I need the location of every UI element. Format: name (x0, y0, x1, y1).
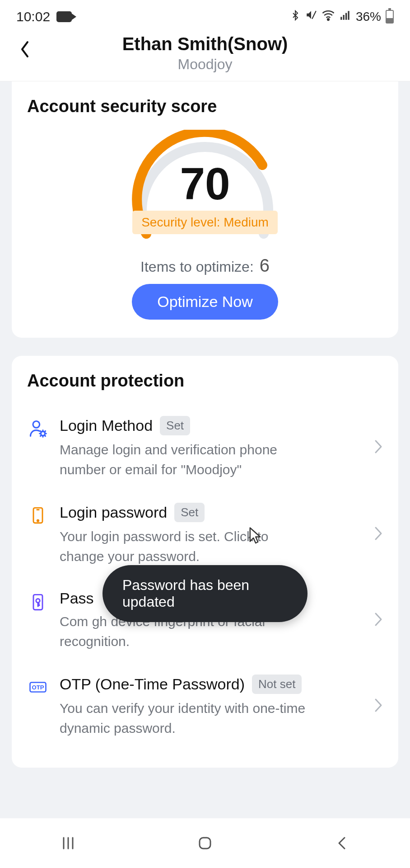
clock: 10:02 (16, 9, 50, 24)
battery-percent: 36% (356, 9, 381, 24)
svg-point-6 (33, 421, 40, 428)
items-to-optimize: Items to optimize: 6 (140, 255, 270, 276)
protection-item-title: Login password (60, 504, 167, 521)
security-score-card: Account security score 70 Security level… (12, 81, 398, 338)
svg-text:OTP: OTP (32, 684, 44, 691)
user-gear-icon (27, 418, 49, 439)
nav-back-button[interactable] (315, 830, 369, 857)
back-button[interactable] (14, 36, 36, 63)
security-score-value: 70 (180, 161, 230, 206)
otp-icon: OTP (27, 676, 49, 698)
camera-icon (56, 11, 72, 22)
status-badge: Set (174, 503, 205, 522)
security-level-badge: Security level: Medium (132, 211, 278, 234)
recents-button[interactable] (41, 830, 95, 857)
account-protection-title: Account protection (27, 371, 383, 391)
phone-icon (27, 505, 49, 526)
protection-item-desc: Your login password is set. Click to cha… (60, 527, 312, 566)
status-badge: Set (160, 416, 190, 435)
status-bar: 10:02 36% (0, 0, 410, 29)
bluetooth-icon (290, 9, 301, 24)
protection-item-title: Login Method (60, 417, 153, 434)
cursor-icon (248, 527, 262, 547)
status-icons: 36% (290, 8, 394, 25)
svg-line-0 (312, 11, 316, 19)
items-label: Items to optimize: (140, 259, 254, 275)
account-protection-card: Account protection Login Method Set (12, 356, 398, 768)
items-count: 6 (260, 255, 270, 275)
status-badge: Not set (252, 675, 302, 694)
home-button[interactable] (178, 830, 232, 857)
chevron-right-icon (374, 439, 383, 456)
signal-icon (340, 9, 351, 24)
svg-rect-3 (343, 15, 345, 20)
battery-icon (386, 10, 394, 24)
svg-point-1 (327, 19, 329, 20)
key-phone-icon (27, 591, 49, 613)
security-score-title: Account security score (27, 97, 383, 116)
svg-rect-18 (200, 838, 210, 849)
chevron-right-icon (374, 612, 383, 629)
svg-rect-5 (348, 11, 349, 20)
mute-icon (305, 9, 317, 24)
protection-item-title: Pass (60, 590, 94, 607)
protection-item-otp[interactable]: OTP OTP (One-Time Password) Not set You … (27, 663, 383, 750)
svg-point-9 (37, 520, 38, 521)
page-title: Ethan Smith(Snow) (0, 34, 410, 54)
svg-rect-4 (345, 13, 347, 20)
chevron-right-icon (374, 698, 383, 715)
wifi-icon (321, 8, 335, 25)
svg-point-12 (36, 599, 40, 603)
app-header: Ethan Smith(Snow) Moodjoy (0, 29, 410, 81)
svg-rect-2 (340, 17, 342, 20)
page-subtitle: Moodjoy (0, 56, 410, 73)
protection-item-title: OTP (One-Time Password) (60, 675, 245, 693)
chevron-right-icon (374, 526, 383, 543)
toast-message: Password has been updated (102, 565, 308, 622)
system-nav-bar (0, 818, 410, 868)
protection-item-login-method[interactable]: Login Method Set Manage login and verifi… (27, 404, 383, 491)
optimize-now-button[interactable]: Optimize Now (132, 284, 278, 320)
protection-item-desc: Manage login and verification phone numb… (60, 440, 312, 479)
security-gauge: 70 Security level: Medium (128, 130, 282, 247)
protection-item-desc: You can verify your identity with one-ti… (60, 698, 312, 738)
